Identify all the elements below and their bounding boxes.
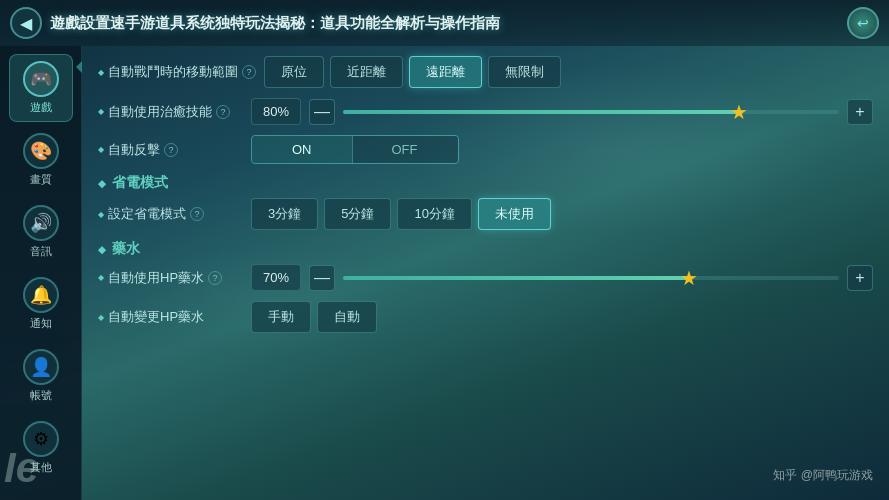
btn-unused[interactable]: 未使用 bbox=[478, 198, 551, 230]
notify-icon: 🔔 bbox=[23, 277, 59, 313]
hp-potion-plus[interactable]: + bbox=[847, 265, 873, 291]
heal-skill-plus[interactable]: + bbox=[847, 99, 873, 125]
sidebar-item-account[interactable]: 👤 帳號 bbox=[9, 342, 73, 410]
back-icon: ◀ bbox=[20, 14, 32, 33]
btn-10min[interactable]: 10分鐘 bbox=[397, 198, 471, 230]
hp-change-label: 自動變更HP藥水 bbox=[98, 308, 243, 326]
sidebar-item-audio[interactable]: 🔊 音訊 bbox=[9, 198, 73, 266]
btn-3min[interactable]: 3分鐘 bbox=[251, 198, 318, 230]
page-title: 遊戲設置速手游道具系统独特玩法揭秘：道具功能全解析与操作指南 bbox=[50, 14, 847, 33]
power-save-help-icon[interactable]: ? bbox=[190, 207, 204, 221]
move-range-help-icon[interactable]: ? bbox=[242, 65, 256, 79]
move-range-label: 自動戰鬥時的移動範圍 ? bbox=[98, 63, 256, 81]
heal-skill-help-icon[interactable]: ? bbox=[216, 105, 230, 119]
power-save-section-label: 省電模式 bbox=[98, 174, 873, 192]
hp-potion-row: 自動使用HP藥水 ? 70% — ★ + bbox=[98, 264, 873, 291]
sidebar-label-audio: 音訊 bbox=[30, 244, 52, 259]
sidebar-item-graphics[interactable]: 🎨 畫質 bbox=[9, 126, 73, 194]
hp-potion-value: 70% bbox=[251, 264, 301, 291]
bottom-left-decoration: Ie bbox=[0, 427, 120, 500]
move-range-buttons: 原位 近距離 遠距離 無限制 bbox=[264, 56, 561, 88]
power-save-row: 設定省電模式 ? 3分鐘 5分鐘 10分鐘 未使用 bbox=[98, 198, 873, 230]
hp-potion-thumb: ★ bbox=[680, 268, 700, 288]
counter-on-btn[interactable]: ON bbox=[251, 135, 353, 164]
btn-manual[interactable]: 手動 bbox=[251, 301, 311, 333]
heal-skill-fill bbox=[343, 110, 740, 114]
heal-skill-minus[interactable]: — bbox=[309, 99, 335, 125]
counter-label: 自動反擊 ? bbox=[98, 141, 243, 159]
avatar-icon: ↩ bbox=[857, 15, 869, 31]
hp-change-buttons: 手動 自動 bbox=[251, 301, 377, 333]
account-icon: 👤 bbox=[23, 349, 59, 385]
heal-skill-thumb: ★ bbox=[730, 102, 750, 122]
sidebar-label-account: 帳號 bbox=[30, 388, 52, 403]
counter-toggle: ON OFF bbox=[251, 135, 459, 164]
btn-auto[interactable]: 自動 bbox=[317, 301, 377, 333]
audio-icon: 🔊 bbox=[23, 205, 59, 241]
avatar-button[interactable]: ↩ bbox=[847, 7, 879, 39]
watermark: 知乎 @阿鸭玩游戏 bbox=[773, 467, 873, 484]
back-button[interactable]: ◀ bbox=[10, 7, 42, 39]
btn-long[interactable]: 遠距離 bbox=[409, 56, 482, 88]
counter-row: 自動反擊 ? ON OFF bbox=[98, 135, 873, 164]
potion-section-label: 藥水 bbox=[98, 240, 873, 258]
hp-potion-minus[interactable]: — bbox=[309, 265, 335, 291]
btn-5min[interactable]: 5分鐘 bbox=[324, 198, 391, 230]
btn-unlimited[interactable]: 無限制 bbox=[488, 56, 561, 88]
topbar: ◀ 遊戲設置速手游道具系统独特玩法揭秘：道具功能全解析与操作指南 ↩ bbox=[0, 0, 889, 46]
heal-skill-label: 自動使用治癒技能 ? bbox=[98, 103, 243, 121]
heal-skill-value: 80% bbox=[251, 98, 301, 125]
game-icon: 🎮 bbox=[23, 61, 59, 97]
hp-potion-label: 自動使用HP藥水 ? bbox=[98, 269, 243, 287]
heal-skill-track[interactable]: ★ bbox=[343, 110, 839, 114]
move-range-row: 自動戰鬥時的移動範圍 ? 原位 近距離 遠距離 無限制 bbox=[98, 56, 873, 88]
heal-skill-star-icon: ★ bbox=[730, 101, 748, 123]
hp-potion-help-icon[interactable]: ? bbox=[208, 271, 222, 285]
hp-potion-fill bbox=[343, 276, 690, 280]
counter-off-btn[interactable]: OFF bbox=[352, 136, 458, 163]
heal-skill-row: 自動使用治癒技能 ? 80% — ★ + bbox=[98, 98, 873, 125]
main-content: 自動戰鬥時的移動範圍 ? 原位 近距離 遠距離 無限制 自動使用治癒技能 ? 8… bbox=[82, 46, 889, 500]
hp-potion-track[interactable]: ★ bbox=[343, 276, 839, 280]
hp-potion-star-icon: ★ bbox=[680, 267, 698, 289]
power-save-buttons: 3分鐘 5分鐘 10分鐘 未使用 bbox=[251, 198, 551, 230]
btn-short[interactable]: 近距離 bbox=[330, 56, 403, 88]
sidebar-item-notify[interactable]: 🔔 通知 bbox=[9, 270, 73, 338]
sidebar-label-notify: 通知 bbox=[30, 316, 52, 331]
heal-skill-slider-row: 80% — ★ + bbox=[251, 98, 873, 125]
power-save-label: 設定省電模式 ? bbox=[98, 205, 243, 223]
counter-help-icon[interactable]: ? bbox=[164, 143, 178, 157]
hp-change-row: 自動變更HP藥水 手動 自動 bbox=[98, 301, 873, 333]
sidebar-label-game: 遊戲 bbox=[30, 100, 52, 115]
sidebar-label-graphics: 畫質 bbox=[30, 172, 52, 187]
btn-original[interactable]: 原位 bbox=[264, 56, 324, 88]
hp-potion-slider-row: 70% — ★ + bbox=[251, 264, 873, 291]
deco-text: Ie bbox=[4, 444, 39, 492]
graphics-icon: 🎨 bbox=[23, 133, 59, 169]
sidebar-item-game[interactable]: 🎮 遊戲 bbox=[9, 54, 73, 122]
